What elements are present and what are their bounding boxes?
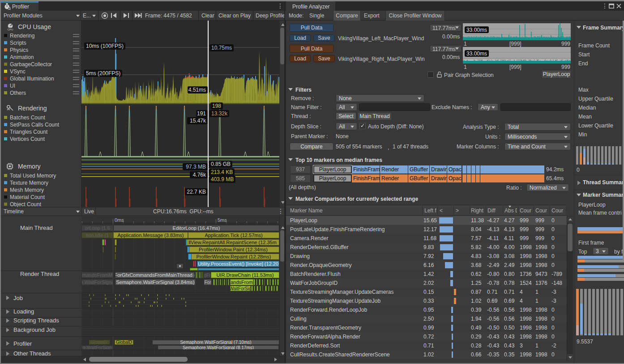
svg-text:CPU: CPU [7, 28, 13, 31]
